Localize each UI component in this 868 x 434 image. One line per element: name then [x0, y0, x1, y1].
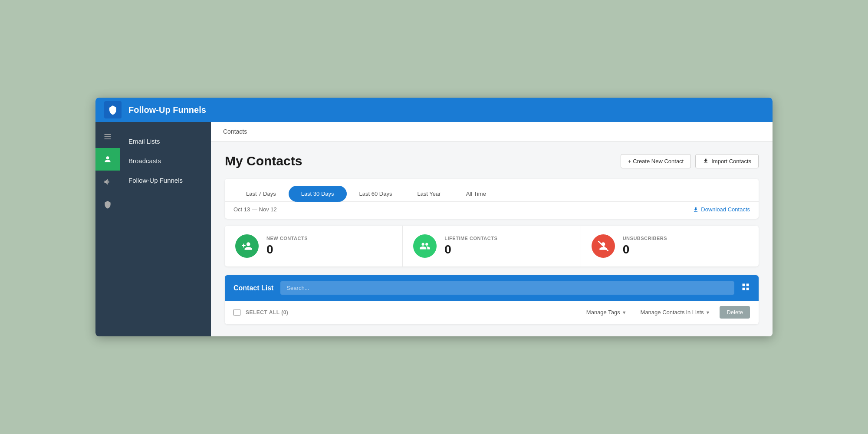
top-bar: Follow-Up Funnels — [95, 98, 773, 122]
page-content: My Contacts + Create New Contact Import … — [211, 141, 773, 336]
filter-tab-last-year[interactable]: Last Year — [404, 186, 453, 202]
filter-tab-all-time[interactable]: All Time — [454, 186, 499, 202]
import-contacts-button[interactable]: Import Contacts — [695, 154, 759, 168]
manage-contacts-chevron-icon: ▼ — [706, 310, 710, 315]
stat-new-contacts-value: 0 — [266, 243, 308, 256]
select-all-label: SELECT ALL (0) — [246, 309, 288, 316]
select-all-checkbox[interactable] — [233, 309, 240, 316]
stat-lifetime-contacts-value: 0 — [444, 243, 497, 256]
sidebar-icon-menu[interactable] — [95, 125, 120, 148]
contact-list-title: Contact List — [233, 284, 273, 292]
contact-list-section: Contact List SELECT ALL (0) — [225, 275, 759, 324]
download-icon — [693, 207, 699, 213]
manage-contacts-in-lists-button[interactable]: Manage Contacts in Lists ▼ — [636, 306, 715, 318]
main-layout: Email Lists Broadcasts Follow-Up Funnels… — [95, 122, 773, 336]
svg-rect-1 — [105, 136, 111, 137]
filter-tab-60days[interactable]: Last 60 Days — [347, 186, 405, 202]
svg-point-3 — [106, 156, 109, 159]
stat-lifetime-contacts-label: LIFETIME CONTACTS — [444, 236, 497, 241]
stat-new-contacts-content: NEW CONTACTS 0 — [266, 236, 308, 256]
stat-unsubscribers-content: UNSUBSCRIBERS 0 — [623, 236, 667, 256]
contact-list-header: Contact List — [225, 275, 759, 301]
contact-list-controls: SELECT ALL (0) Manage Tags ▼ Manage Cont… — [225, 301, 759, 324]
unsubscribers-icon — [592, 234, 615, 258]
import-icon — [703, 158, 709, 164]
filter-date-row: Oct 13 — Nov 12 Download Contacts — [225, 202, 759, 219]
sidebar-icon-contacts[interactable] — [95, 148, 120, 171]
columns-icon[interactable] — [741, 283, 750, 293]
breadcrumb-label: Contacts — [223, 128, 247, 135]
stat-unsubscribers: UNSUBSCRIBERS 0 — [581, 226, 759, 266]
stat-new-contacts: NEW CONTACTS 0 — [225, 226, 403, 266]
sidebar-section-header — [120, 122, 211, 132]
sidebar-icon-broadcast[interactable] — [95, 171, 120, 193]
stat-lifetime-contacts-content: LIFETIME CONTACTS 0 — [444, 236, 497, 256]
stat-unsubscribers-value: 0 — [623, 243, 667, 256]
manage-tags-button[interactable]: Manage Tags ▼ — [582, 306, 631, 318]
sidebar-menu: Email Lists Broadcasts Follow-Up Funnels — [120, 122, 211, 336]
stats-row: NEW CONTACTS 0 LIFETIME CONTACTS — [225, 226, 759, 266]
sidebar-icon-funnels[interactable] — [95, 193, 120, 216]
new-contacts-icon — [235, 234, 259, 258]
delete-button[interactable]: Delete — [720, 306, 750, 319]
sidebar-item-broadcasts[interactable]: Broadcasts — [120, 151, 211, 171]
manage-tags-chevron-icon: ▼ — [622, 310, 627, 315]
contact-search-input[interactable] — [280, 281, 734, 295]
download-contacts-label: Download Contacts — [701, 206, 750, 213]
svg-rect-2 — [105, 138, 111, 139]
breadcrumb-bar: Contacts — [211, 122, 773, 141]
stat-lifetime-contacts: LIFETIME CONTACTS 0 — [403, 226, 581, 266]
create-new-contact-button[interactable]: + Create New Contact — [621, 154, 691, 168]
header-actions: + Create New Contact Import Contacts — [621, 154, 759, 168]
content-area: Contacts My Contacts + Create New Contac… — [211, 122, 773, 336]
page-header: My Contacts + Create New Contact Import … — [225, 154, 759, 168]
filter-tabs: Last 7 Days Last 30 Days Last 60 Days La… — [225, 179, 759, 202]
lifetime-contacts-icon — [413, 234, 437, 258]
stat-unsubscribers-label: UNSUBSCRIBERS — [623, 236, 667, 241]
filter-date-range: Oct 13 — Nov 12 — [233, 206, 277, 213]
app-title: Follow-Up Funnels — [128, 105, 206, 115]
sidebar-icons — [95, 122, 120, 336]
stat-new-contacts-label: NEW CONTACTS — [266, 236, 308, 241]
filter-tab-7days[interactable]: Last 7 Days — [233, 186, 289, 202]
svg-rect-0 — [105, 134, 111, 135]
filter-card: Last 7 Days Last 30 Days Last 60 Days La… — [225, 179, 759, 219]
download-contacts-button[interactable]: Download Contacts — [693, 206, 750, 213]
page-title: My Contacts — [225, 154, 302, 168]
import-contacts-label: Import Contacts — [711, 158, 751, 164]
filter-tab-30days[interactable]: Last 30 Days — [289, 186, 347, 202]
logo-icon — [104, 101, 122, 118]
sidebar-item-email-lists[interactable]: Email Lists — [120, 132, 211, 151]
sidebar-item-follow-up-funnels[interactable]: Follow-Up Funnels — [120, 171, 211, 190]
